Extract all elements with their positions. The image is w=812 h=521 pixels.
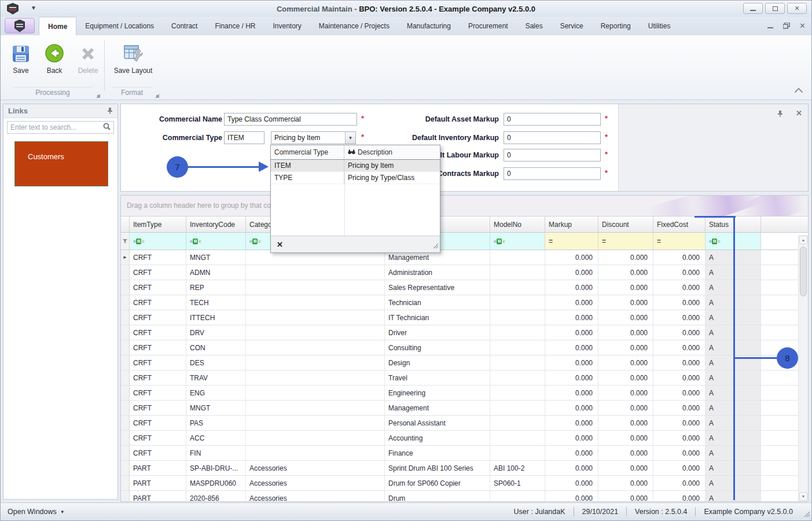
tab-equipment-locations[interactable]: Equipment / Locations xyxy=(76,17,163,35)
tab-home[interactable]: Home xyxy=(39,17,76,35)
cell-itemtype[interactable]: CRFT xyxy=(130,325,186,340)
open-windows-button[interactable]: Open Windows▼ xyxy=(1,508,65,516)
cell-category[interactable] xyxy=(246,386,385,400)
cell-inventorycode[interactable]: DES xyxy=(186,355,246,370)
cell-markup[interactable]: 0.000 xyxy=(545,431,598,445)
cell-inventorycode[interactable]: CON xyxy=(186,340,246,355)
cell-modelno[interactable] xyxy=(490,401,545,415)
filter-cell-inventorycode[interactable]: aBc xyxy=(186,233,246,250)
filter-cell-markup[interactable]: = xyxy=(545,233,598,250)
table-row[interactable]: PARTSP-ABI-DRU-...AccessoriesSprint Drum… xyxy=(121,461,808,476)
cell-discount[interactable]: 0.000 xyxy=(598,310,653,325)
table-row[interactable]: PARTMASPDRU060AccessoriesDrum for SP060 … xyxy=(121,476,808,491)
cell-category[interactable]: Accessories xyxy=(246,491,385,501)
cell-description[interactable]: Technician xyxy=(385,295,490,310)
cell-inventorycode[interactable]: ADMN xyxy=(186,265,246,280)
cell-category[interactable] xyxy=(246,295,385,310)
table-row[interactable]: CRFTFINFinance0.0000.0000.000A xyxy=(121,446,808,461)
mdi-close-icon[interactable]: ✕ xyxy=(799,21,806,30)
cell-markup[interactable]: 0.000 xyxy=(545,491,598,501)
application-button[interactable] xyxy=(5,18,35,34)
tab-manufacturing[interactable]: Manufacturing xyxy=(398,17,460,35)
cell-description[interactable]: IT Technician xyxy=(385,310,490,325)
cell-description[interactable]: Personal Assistant xyxy=(385,416,490,430)
cell-category[interactable]: Accessories xyxy=(246,476,385,490)
dropdown-column-description[interactable]: Description xyxy=(344,145,440,159)
cell-itemtype[interactable]: CRFT xyxy=(130,401,186,415)
cell-modelno[interactable] xyxy=(490,355,545,370)
dropdown-cell[interactable]: Pricing by Type/Class xyxy=(344,172,440,184)
tab-maintenance-projects[interactable]: Maintenance / Projects xyxy=(310,17,398,35)
cell-fixedcost[interactable]: 0.000 xyxy=(653,310,706,325)
dropdown-row-type[interactable]: TYPEPricing by Type/Class xyxy=(271,172,440,184)
cell-itemtype[interactable]: CRFT xyxy=(130,446,186,460)
search-icon[interactable] xyxy=(103,122,113,133)
cell-modelno[interactable] xyxy=(490,325,545,340)
cell-itemtype[interactable]: PART xyxy=(130,491,186,501)
filter-cell-fixedcost[interactable]: = xyxy=(653,233,706,250)
cell-inventorycode[interactable]: FIN xyxy=(186,446,246,460)
cell-fixedcost[interactable]: 0.000 xyxy=(653,355,706,370)
cell-modelno[interactable] xyxy=(490,265,545,280)
filter-cell-discount[interactable]: = xyxy=(598,233,653,250)
default-asset-markup-input[interactable]: 0 xyxy=(504,113,601,126)
save-layout-button[interactable]: Save Layout xyxy=(112,40,155,85)
table-row[interactable]: CRFTDRVDriver0.0000.0000.000A xyxy=(121,325,808,340)
cell-category[interactable]: Accessories xyxy=(246,461,385,475)
cell-category[interactable] xyxy=(246,325,385,340)
cell-category[interactable] xyxy=(246,416,385,430)
dropdown-cell[interactable]: ITEM xyxy=(271,160,344,171)
cell-modelno[interactable] xyxy=(490,431,545,445)
default-inventory-markup-input[interactable]: 0 xyxy=(504,131,601,144)
cell-markup[interactable]: 0.000 xyxy=(545,476,598,490)
cell-modelno[interactable]: ABI 100-2 xyxy=(490,461,545,475)
cell-category[interactable] xyxy=(246,355,385,370)
dialog-launcher-icon[interactable] xyxy=(155,90,160,96)
cell-markup[interactable]: 0.000 xyxy=(545,310,598,325)
cell-description[interactable]: Drum xyxy=(385,491,490,501)
cell-description[interactable]: Accounting xyxy=(385,431,490,445)
search-input[interactable] xyxy=(8,123,103,131)
cell-markup[interactable]: 0.000 xyxy=(545,370,598,385)
dropdown-close-icon[interactable]: ✕ xyxy=(277,240,283,249)
cell-modelno[interactable] xyxy=(490,370,545,385)
pin-icon[interactable] xyxy=(777,109,783,119)
dropdown-cell[interactable]: TYPE xyxy=(271,172,344,184)
cell-itemtype[interactable]: CRFT xyxy=(130,310,186,325)
column-header-itemtype[interactable]: ItemType xyxy=(130,217,186,232)
cell-inventorycode[interactable]: SP-ABI-DRU-... xyxy=(186,461,246,475)
cell-inventorycode[interactable]: REP xyxy=(186,280,246,295)
cell-inventorycode[interactable]: DRV xyxy=(186,325,246,340)
cell-discount[interactable]: 0.000 xyxy=(598,461,653,475)
cell-itemtype[interactable]: CRFT xyxy=(130,370,186,385)
cell-description[interactable]: Consulting xyxy=(385,340,490,355)
cell-itemtype[interactable]: CRFT xyxy=(130,295,186,310)
cell-fixedcost[interactable]: 0.000 xyxy=(653,416,706,430)
cell-itemtype[interactable]: CRFT xyxy=(130,340,186,355)
tab-procurement[interactable]: Procurement xyxy=(460,17,517,35)
cell-description[interactable]: Management xyxy=(385,401,490,415)
cell-description[interactable]: Finance xyxy=(385,446,490,460)
cell-category[interactable] xyxy=(246,401,385,415)
table-row[interactable]: CRFTITTECHIT Technician0.0000.0000.000A xyxy=(121,310,808,325)
table-row[interactable]: PART2020-856AccessoriesDrum0.0000.0000.0… xyxy=(121,491,808,501)
cell-fixedcost[interactable]: 0.000 xyxy=(653,476,706,490)
cell-category[interactable] xyxy=(246,310,385,325)
cell-markup[interactable]: 0.000 xyxy=(545,386,598,400)
cell-fixedcost[interactable]: 0.000 xyxy=(653,461,706,475)
cell-markup[interactable]: 0.000 xyxy=(545,355,598,370)
vertical-scrollbar[interactable]: ▲ ▼ xyxy=(798,235,808,501)
commercial-name-input[interactable]: Type Class Commercial xyxy=(224,113,357,126)
cell-category[interactable] xyxy=(246,280,385,295)
cell-modelno[interactable] xyxy=(490,295,545,310)
table-row[interactable]: CRFTADMNAdministration0.0000.0000.000A xyxy=(121,265,808,280)
cell-inventorycode[interactable]: MNGT xyxy=(186,250,246,265)
cell-markup[interactable]: 0.000 xyxy=(545,295,598,310)
cell-inventorycode[interactable]: 2020-856 xyxy=(186,491,246,501)
cell-modelno[interactable] xyxy=(490,280,545,295)
default-labour-markup-input[interactable]: 0 xyxy=(504,149,601,162)
resize-grip-icon[interactable] xyxy=(803,511,810,519)
cell-modelno[interactable] xyxy=(490,250,545,265)
cell-category[interactable] xyxy=(246,431,385,445)
cell-discount[interactable]: 0.000 xyxy=(598,265,653,280)
